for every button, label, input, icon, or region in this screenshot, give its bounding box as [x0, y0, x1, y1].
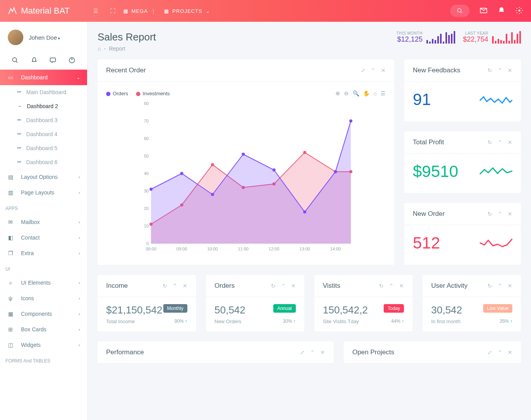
- collapse-icon[interactable]: ⌃: [371, 67, 376, 74]
- crop-icon: ⟐: [7, 280, 14, 286]
- refresh-icon[interactable]: ↻: [271, 283, 276, 289]
- pill-monthly: Monthly: [163, 304, 187, 313]
- sparkline-month: [426, 31, 455, 44]
- mail-icon[interactable]: [480, 7, 487, 16]
- chevron-down-icon: ⌄: [77, 75, 80, 80]
- chat-icon[interactable]: [49, 57, 56, 66]
- svg-text:12:00: 12:00: [269, 247, 279, 251]
- fork-icon: ψ: [7, 295, 14, 301]
- collapse-icon[interactable]: ⌃: [498, 349, 502, 355]
- svg-text:50: 50: [144, 154, 148, 158]
- collapse-icon[interactable]: ⌃: [498, 283, 502, 289]
- svg-point-39: [334, 170, 337, 173]
- expand-icon[interactable]: ⤢: [300, 349, 305, 355]
- nav-icons[interactable]: ψIcons›: [0, 290, 87, 306]
- close-icon[interactable]: ✕: [508, 139, 512, 145]
- close-icon[interactable]: ✕: [508, 349, 512, 355]
- breadcrumb: ⌂- Report: [98, 46, 156, 52]
- refresh-icon[interactable]: ↻: [487, 211, 492, 217]
- bell-icon[interactable]: [498, 7, 505, 16]
- refresh-icon[interactable]: ↻: [487, 139, 492, 145]
- menu-icon[interactable]: ☰: [381, 90, 386, 96]
- card-title: New Order: [413, 210, 445, 218]
- pill-annual: Annual: [273, 304, 295, 313]
- settings-icon[interactable]: [515, 7, 523, 16]
- svg-text:10:00: 10:00: [207, 247, 218, 251]
- close-icon[interactable]: ✕: [183, 283, 187, 289]
- card-new-feedbacks: New Feedbacks ↻⌃✕ 91: [404, 60, 521, 121]
- page-title: Sales Report: [98, 31, 156, 43]
- search-icon[interactable]: [12, 57, 19, 66]
- menu-toggle-icon[interactable]: ☰: [93, 8, 98, 14]
- bell-icon[interactable]: [31, 57, 38, 66]
- refresh-icon[interactable]: ↻: [487, 67, 492, 74]
- close-icon[interactable]: ✕: [320, 349, 325, 355]
- nav-box-cards[interactable]: ⊞Box Cards›: [0, 322, 87, 337]
- nav-extra[interactable]: ❐Extra›: [0, 245, 87, 261]
- nav-components[interactable]: ▦Components›: [0, 306, 87, 322]
- projects-label: PROJECTS: [172, 8, 202, 14]
- close-icon[interactable]: ✕: [381, 67, 386, 74]
- crumb-report[interactable]: Report: [109, 46, 125, 52]
- sidebar-sub-dashboard-5[interactable]: •••Dashboard 5: [0, 141, 87, 155]
- close-icon[interactable]: ✕: [399, 283, 404, 289]
- zoom-out-icon[interactable]: ⊖: [344, 90, 349, 96]
- collapse-icon[interactable]: ⌃: [173, 283, 177, 289]
- sidebar-sub-dashboard-3[interactable]: •••Dashboard 3: [0, 113, 87, 127]
- projects-menu[interactable]: ▦ PROJECTS ⌄: [164, 8, 210, 14]
- refresh-icon[interactable]: ↻: [379, 283, 384, 289]
- fullscreen-icon[interactable]: ⛶: [110, 8, 115, 14]
- svg-text:08:00: 08:00: [146, 247, 157, 251]
- sidebar-sub-dashboard-6[interactable]: •••Dashboard 6: [0, 155, 87, 169]
- home-icon[interactable]: ⌂: [98, 46, 101, 52]
- nav-dashboard[interactable]: ▭ Dashboard ⌄: [0, 70, 87, 85]
- nav-layout-options[interactable]: ▤ Layout Options ›: [0, 169, 87, 185]
- chevron-right-icon: ›: [79, 343, 80, 347]
- svg-point-30: [303, 151, 306, 154]
- zoom-in-icon[interactable]: ⊕: [335, 90, 340, 96]
- sidebar-sub-main-dashboard[interactable]: •••Main Dashboard: [0, 85, 87, 99]
- search-button[interactable]: [450, 5, 470, 17]
- expand-icon[interactable]: ⤢: [487, 349, 492, 355]
- close-icon[interactable]: ✕: [508, 67, 512, 74]
- card-title: Income: [106, 282, 128, 290]
- collapse-icon[interactable]: ⌃: [498, 211, 502, 217]
- nav-widgets[interactable]: ◫Widgets›: [0, 337, 87, 353]
- reset-icon[interactable]: ⌂: [374, 90, 377, 96]
- profile-block[interactable]: Johen Doe: [0, 22, 87, 53]
- collapse-icon[interactable]: ⌃: [498, 67, 502, 74]
- collapse-icon[interactable]: ⌃: [389, 283, 394, 289]
- brand[interactable]: Material BAT: [8, 6, 86, 16]
- collapse-icon[interactable]: ⌃: [498, 139, 502, 145]
- sidebar-sub-dashboard-2[interactable]: →Dashboard 2: [0, 99, 87, 113]
- collapse-icon[interactable]: ⌃: [310, 349, 315, 355]
- new-order-value: 512: [413, 234, 440, 252]
- arrow-up-icon: ↑: [510, 318, 512, 324]
- zoom-selection-icon[interactable]: 🔍: [353, 90, 359, 96]
- sparkline-year: [492, 31, 521, 44]
- svg-rect-5: [51, 58, 56, 62]
- nav-mailbox[interactable]: ✉Mailbox›: [0, 214, 87, 230]
- refresh-icon[interactable]: ↻: [487, 283, 492, 289]
- nav-contact[interactable]: ◧Contact›: [0, 230, 87, 245]
- nav-page-layouts[interactable]: ▥ Page Layouts ›: [0, 185, 87, 200]
- stat-last-year: LAST YEAR $22,754: [463, 31, 521, 44]
- expand-icon[interactable]: ⤢: [361, 67, 365, 74]
- svg-point-27: [211, 163, 214, 166]
- svg-text:10: 10: [144, 224, 148, 228]
- close-icon[interactable]: ✕: [508, 211, 512, 217]
- collapse-icon[interactable]: ⌃: [281, 283, 286, 289]
- chevron-right-icon: ›: [79, 327, 80, 332]
- refresh-icon[interactable]: ↻: [162, 283, 167, 289]
- nav-ui-elements[interactable]: ⟐UI Elements›: [0, 275, 87, 290]
- sidebar-sub-dashboard-4[interactable]: •••Dashboard 4: [0, 127, 87, 141]
- power-icon[interactable]: [68, 57, 75, 66]
- close-icon[interactable]: ✕: [291, 283, 296, 289]
- nav-dashboard-label: Dashboard: [21, 74, 48, 80]
- pan-icon[interactable]: ✋: [363, 90, 370, 96]
- card-recent-order: Recent Order ⤢ ⌃ ✕ Orders Investments ⊕ …: [98, 60, 394, 265]
- mega-menu[interactable]: ▦ MEGA ⋮: [123, 8, 156, 14]
- chevron-right-icon: ›: [79, 280, 80, 285]
- sparkline-icon: [480, 94, 512, 105]
- close-icon[interactable]: ✕: [508, 283, 512, 289]
